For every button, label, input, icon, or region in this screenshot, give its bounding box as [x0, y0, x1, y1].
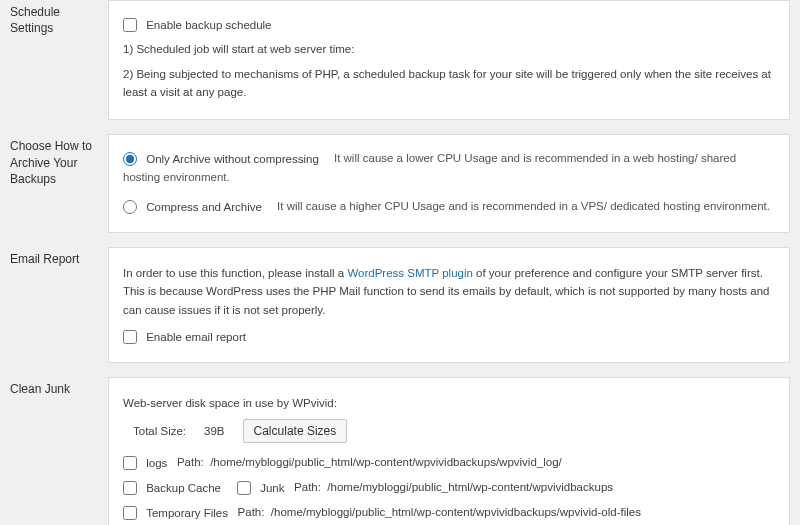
archive-compress-radio[interactable] [123, 200, 137, 214]
archive-compress-label: Compress and Archive [146, 201, 262, 213]
archive-only-label: Only Archive without compressing [146, 153, 319, 165]
schedule-note2: 2) Being subjected to mechanisms of PHP,… [123, 65, 775, 102]
total-size-value: 39B [204, 422, 224, 440]
logs-label: logs [146, 457, 167, 469]
junk-section: Clean Junk Web-server disk space in use … [10, 377, 790, 525]
email-section: Email Report In order to use this functi… [10, 247, 790, 363]
archive-body: Only Archive without compressing It will… [108, 134, 790, 233]
junk-path: /home/mybloggi/public_html/wp-content/wp… [327, 481, 613, 493]
temp-path-label: Path: [238, 506, 265, 518]
email-title: Email Report [10, 247, 108, 267]
schedule-body: Enable backup schedule 1) Scheduled job … [108, 0, 790, 120]
schedule-note1: 1) Scheduled job will start at web serve… [123, 40, 775, 58]
junk-label: Junk [260, 482, 284, 494]
junk-checkbox[interactable] [237, 481, 251, 495]
disk-label: Web-server disk space in use by WPvivid: [123, 394, 775, 412]
smtp-plugin-link[interactable]: WordPress SMTP plugin [347, 267, 472, 279]
logs-path-label: Path: [177, 456, 204, 468]
junk-path-label: Path: [294, 481, 321, 493]
logs-checkbox[interactable] [123, 456, 137, 470]
archive-only-radio[interactable] [123, 152, 137, 166]
enable-email-checkbox[interactable] [123, 330, 137, 344]
backup-cache-checkbox[interactable] [123, 481, 137, 495]
schedule-section: Schedule Settings Enable backup schedule… [10, 0, 790, 120]
enable-schedule-checkbox[interactable] [123, 18, 137, 32]
calculate-sizes-button[interactable]: Calculate Sizes [243, 419, 348, 443]
junk-title: Clean Junk [10, 377, 108, 397]
temp-path: /home/mybloggi/public_html/wp-content/wp… [271, 506, 641, 518]
temp-files-label: Temporary Files [146, 507, 228, 519]
temp-files-checkbox[interactable] [123, 506, 137, 520]
junk-body: Web-server disk space in use by WPvivid:… [108, 377, 790, 525]
archive-section: Choose How to Archive Your Backups Only … [10, 134, 790, 233]
logs-path: /home/mybloggi/public_html/wp-content/wp… [210, 456, 562, 468]
backup-cache-label: Backup Cache [146, 482, 221, 494]
email-info-pre: In order to use this function, please in… [123, 267, 347, 279]
enable-schedule-label: Enable backup schedule [146, 19, 271, 31]
email-body: In order to use this function, please in… [108, 247, 790, 363]
enable-email-label: Enable email report [146, 331, 246, 343]
total-size-label: Total Size: [133, 422, 186, 440]
archive-title: Choose How to Archive Your Backups [10, 134, 108, 187]
archive-compress-desc: It will cause a higher CPU Usage and is … [277, 200, 770, 212]
schedule-title: Schedule Settings [10, 0, 108, 36]
